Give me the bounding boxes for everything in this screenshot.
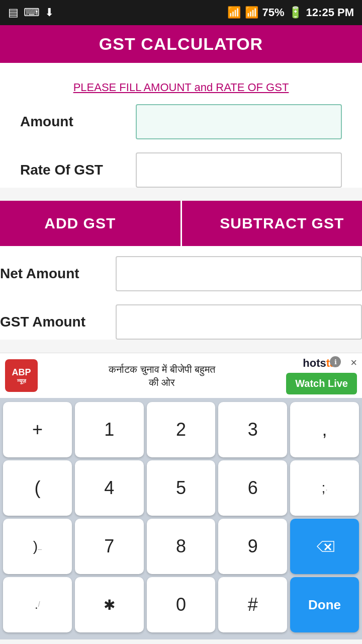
- rate-input[interactable]: [136, 152, 342, 188]
- ad-banner: ABP न्यूज़ कर्नाटक चुनाव में बीजेपी बहुम…: [0, 353, 362, 398]
- key-6[interactable]: 6: [218, 460, 287, 516]
- key-close-paren[interactable]: )_: [3, 519, 72, 574]
- amount-row: Amount: [20, 104, 342, 139]
- app-title: GST CALCULATOR: [99, 34, 263, 53]
- key-2[interactable]: 2: [147, 402, 216, 457]
- key-5[interactable]: 5: [147, 460, 216, 516]
- ad-logo: ABP न्यूज़: [5, 359, 38, 392]
- key-9[interactable]: 9: [218, 519, 287, 574]
- keyboard-row-2: ( 4 5 6 ;.: [3, 460, 359, 516]
- ad-info-icon[interactable]: ℹ: [330, 356, 341, 367]
- key-8[interactable]: 8: [147, 519, 216, 574]
- abp-news-text: न्यूज़: [17, 378, 26, 384]
- status-bar: ▤ ⌨ ⬇ 📶 📶 75% 🔋 12:25 PM: [0, 0, 362, 25]
- key-7[interactable]: 7: [75, 519, 144, 574]
- abp-text: ABP: [12, 367, 31, 378]
- key-4[interactable]: 4: [75, 460, 144, 516]
- main-content: PLEASE FILL AMOUNT and RATE OF GST Amoun…: [0, 63, 362, 188]
- key-hash[interactable]: #: [218, 577, 287, 632]
- keyboard: + 1 2 3 , ( 4 5 6 ;. )_ 7 8 9 ./ ✱ 0 # D…: [0, 398, 362, 639]
- action-buttons: ADD GST SUBTRACT GST: [0, 201, 362, 246]
- net-amount-label: Net Amount: [0, 266, 116, 282]
- key-plus[interactable]: +: [3, 402, 72, 457]
- key-semicolon[interactable]: ;.: [290, 460, 359, 516]
- battery-percent: 75%: [262, 6, 285, 19]
- backspace-key[interactable]: [290, 519, 359, 574]
- app-header: GST CALCULATOR: [0, 25, 362, 63]
- status-right-info: 📶 📶 75% 🔋 12:25 PM: [227, 6, 354, 19]
- ad-right-section: hotstar Watch Live: [286, 357, 357, 394]
- instruction-text: PLEASE FILL AMOUNT and RATE OF GST: [20, 73, 342, 104]
- key-0[interactable]: 0: [147, 577, 216, 632]
- gst-amount-row: GST Amount: [0, 304, 362, 340]
- key-1[interactable]: 1: [75, 402, 144, 457]
- keyboard-row-3: )_ 7 8 9: [3, 519, 359, 574]
- keyboard-icon: ⌨: [24, 6, 40, 19]
- net-amount-input[interactable]: [116, 256, 362, 291]
- battery-icon: 🔋: [289, 6, 302, 19]
- close-ad-button[interactable]: ×: [350, 356, 357, 369]
- key-comma[interactable]: ,: [290, 402, 359, 457]
- ad-headline: कर्नाटक चुनाव में बीजेपी बहुमतकी ओर: [109, 364, 215, 388]
- key-3[interactable]: 3: [218, 402, 287, 457]
- amount-input[interactable]: [136, 104, 342, 139]
- gst-amount-label: GST Amount: [0, 314, 116, 330]
- key-open-paren[interactable]: (: [3, 460, 72, 516]
- rate-label: Rate Of GST: [20, 162, 136, 178]
- document-icon: ▤: [8, 6, 19, 19]
- amount-label: Amount: [20, 114, 136, 130]
- key-dot[interactable]: ./: [3, 577, 72, 632]
- net-amount-row: Net Amount: [0, 256, 362, 291]
- download-icon: ⬇: [45, 6, 54, 19]
- subtract-gst-button[interactable]: SUBTRACT GST: [182, 201, 363, 246]
- keyboard-row-4: ./ ✱ 0 # Done: [3, 577, 359, 632]
- time-display: 12:25 PM: [306, 6, 354, 19]
- gst-amount-input[interactable]: [116, 304, 362, 340]
- ad-text-content: कर्नाटक चुनाव में बीजेपी बहुमतकी ओर: [43, 363, 281, 389]
- done-key[interactable]: Done: [290, 577, 359, 632]
- watch-live-button[interactable]: Watch Live: [286, 373, 357, 394]
- results-section: Net Amount GST Amount: [0, 246, 362, 340]
- key-asterisk[interactable]: ✱: [75, 577, 144, 632]
- add-gst-button[interactable]: ADD GST: [0, 201, 182, 246]
- wifi-icon: 📶: [227, 6, 241, 19]
- rate-row: Rate Of GST: [20, 152, 342, 188]
- signal-icon: 📶: [245, 6, 258, 19]
- keyboard-row-1: + 1 2 3 ,: [3, 402, 359, 457]
- status-left-icons: ▤ ⌨ ⬇: [8, 6, 54, 19]
